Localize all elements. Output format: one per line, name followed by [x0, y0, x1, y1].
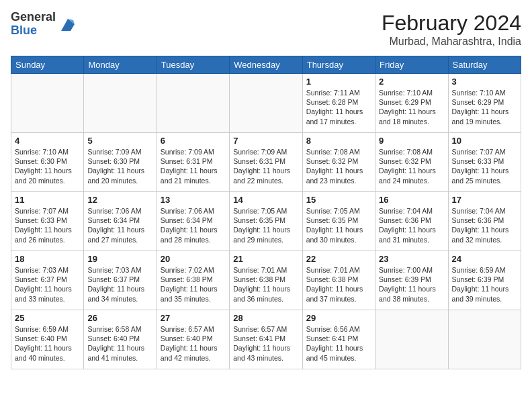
calendar-cell: 1Sunrise: 7:11 AMSunset: 6:28 PMDaylight… — [302, 74, 375, 133]
day-number: 7 — [233, 136, 298, 146]
weekday-header-saturday: Saturday — [448, 56, 521, 74]
calendar-cell: 10Sunrise: 7:07 AMSunset: 6:33 PMDayligh… — [448, 133, 521, 192]
calendar-cell: 13Sunrise: 7:06 AMSunset: 6:34 PMDayligh… — [157, 192, 229, 251]
weekday-header-wednesday: Wednesday — [230, 56, 302, 74]
day-number: 6 — [161, 136, 226, 146]
day-info: Sunrise: 7:11 AMSunset: 6:28 PMDaylight:… — [306, 88, 371, 126]
calendar-cell: 23Sunrise: 7:00 AMSunset: 6:39 PMDayligh… — [375, 251, 448, 310]
calendar-cell — [157, 74, 229, 133]
day-info: Sunrise: 7:01 AMSunset: 6:38 PMDaylight:… — [233, 265, 298, 304]
day-number: 11 — [15, 195, 80, 205]
calendar-cell — [11, 74, 84, 133]
page-header: General Blue February 2024 Murbad, Mahar… — [11, 11, 521, 48]
day-number: 8 — [306, 136, 371, 146]
day-info: Sunrise: 6:57 AMSunset: 6:41 PMDaylight:… — [233, 324, 298, 363]
calendar-cell — [448, 310, 521, 369]
calendar-cell: 5Sunrise: 7:09 AMSunset: 6:30 PMDaylight… — [84, 133, 157, 192]
calendar-week-row: 1Sunrise: 7:11 AMSunset: 6:28 PMDaylight… — [11, 74, 521, 133]
weekday-header-tuesday: Tuesday — [157, 56, 229, 74]
calendar-cell — [230, 74, 302, 133]
day-number: 23 — [379, 254, 444, 264]
day-number: 21 — [233, 254, 298, 264]
day-info: Sunrise: 7:09 AMSunset: 6:30 PMDaylight:… — [87, 147, 152, 185]
calendar-cell: 24Sunrise: 6:59 AMSunset: 6:39 PMDayligh… — [448, 251, 521, 310]
day-number: 1 — [306, 77, 371, 87]
day-number: 16 — [379, 195, 444, 205]
day-number: 14 — [233, 195, 298, 205]
day-number: 20 — [161, 254, 226, 264]
calendar-cell: 18Sunrise: 7:03 AMSunset: 6:37 PMDayligh… — [11, 251, 84, 310]
calendar-cell: 9Sunrise: 7:08 AMSunset: 6:32 PMDaylight… — [375, 133, 448, 192]
day-number: 9 — [379, 136, 444, 146]
day-info: Sunrise: 7:04 AMSunset: 6:36 PMDaylight:… — [379, 206, 444, 244]
day-info: Sunrise: 7:07 AMSunset: 6:33 PMDaylight:… — [452, 147, 517, 185]
calendar-cell: 4Sunrise: 7:10 AMSunset: 6:30 PMDaylight… — [11, 133, 84, 192]
day-number: 15 — [306, 195, 371, 205]
day-number: 5 — [87, 136, 152, 146]
weekday-header-sunday: Sunday — [11, 56, 84, 74]
calendar-week-row: 18Sunrise: 7:03 AMSunset: 6:37 PMDayligh… — [11, 251, 521, 310]
calendar-cell: 16Sunrise: 7:04 AMSunset: 6:36 PMDayligh… — [375, 192, 448, 251]
calendar-cell: 29Sunrise: 6:56 AMSunset: 6:41 PMDayligh… — [302, 310, 375, 369]
logo: General Blue — [11, 11, 77, 38]
day-info: Sunrise: 7:10 AMSunset: 6:29 PMDaylight:… — [379, 88, 444, 126]
calendar-week-row: 11Sunrise: 7:07 AMSunset: 6:33 PMDayligh… — [11, 192, 521, 251]
day-info: Sunrise: 6:58 AMSunset: 6:40 PMDaylight:… — [87, 324, 152, 363]
calendar-cell: 19Sunrise: 7:03 AMSunset: 6:37 PMDayligh… — [84, 251, 157, 310]
day-info: Sunrise: 7:02 AMSunset: 6:38 PMDaylight:… — [161, 265, 226, 304]
calendar-cell — [375, 310, 448, 369]
day-number: 19 — [87, 254, 152, 264]
day-info: Sunrise: 7:09 AMSunset: 6:31 PMDaylight:… — [233, 147, 298, 185]
day-number: 24 — [452, 254, 517, 264]
month-title: February 2024 — [382, 11, 521, 36]
calendar-cell — [84, 74, 157, 133]
day-number: 18 — [15, 254, 80, 264]
day-info: Sunrise: 7:07 AMSunset: 6:33 PMDaylight:… — [15, 206, 80, 244]
day-number: 25 — [15, 313, 80, 323]
calendar-week-row: 4Sunrise: 7:10 AMSunset: 6:30 PMDaylight… — [11, 133, 521, 192]
day-number: 10 — [452, 136, 517, 146]
day-info: Sunrise: 7:05 AMSunset: 6:35 PMDaylight:… — [306, 206, 371, 244]
calendar-cell: 3Sunrise: 7:10 AMSunset: 6:29 PMDaylight… — [448, 74, 521, 133]
day-info: Sunrise: 7:04 AMSunset: 6:36 PMDaylight:… — [452, 206, 517, 244]
day-number: 4 — [15, 136, 80, 146]
day-number: 13 — [161, 195, 226, 205]
weekday-header-row: SundayMondayTuesdayWednesdayThursdayFrid… — [11, 56, 521, 74]
day-number: 27 — [161, 313, 226, 323]
day-info: Sunrise: 7:10 AMSunset: 6:30 PMDaylight:… — [15, 147, 80, 185]
day-info: Sunrise: 6:59 AMSunset: 6:40 PMDaylight:… — [15, 324, 80, 363]
calendar-cell: 12Sunrise: 7:06 AMSunset: 6:34 PMDayligh… — [84, 192, 157, 251]
calendar-cell: 27Sunrise: 6:57 AMSunset: 6:40 PMDayligh… — [157, 310, 229, 369]
calendar-cell: 15Sunrise: 7:05 AMSunset: 6:35 PMDayligh… — [302, 192, 375, 251]
day-info: Sunrise: 6:57 AMSunset: 6:40 PMDaylight:… — [161, 324, 226, 363]
day-number: 22 — [306, 254, 371, 264]
day-info: Sunrise: 7:10 AMSunset: 6:29 PMDaylight:… — [452, 88, 517, 126]
day-number: 26 — [87, 313, 152, 323]
location-title: Murbad, Maharashtra, India — [382, 36, 521, 48]
logo-general-text: General — [11, 11, 56, 24]
weekday-header-thursday: Thursday — [302, 56, 375, 74]
day-info: Sunrise: 7:08 AMSunset: 6:32 PMDaylight:… — [379, 147, 444, 185]
calendar-cell: 11Sunrise: 7:07 AMSunset: 6:33 PMDayligh… — [11, 192, 84, 251]
day-info: Sunrise: 7:09 AMSunset: 6:31 PMDaylight:… — [161, 147, 226, 185]
calendar-cell: 7Sunrise: 7:09 AMSunset: 6:31 PMDaylight… — [230, 133, 302, 192]
calendar-cell: 20Sunrise: 7:02 AMSunset: 6:38 PMDayligh… — [157, 251, 229, 310]
calendar-cell: 6Sunrise: 7:09 AMSunset: 6:31 PMDaylight… — [157, 133, 229, 192]
calendar-cell: 17Sunrise: 7:04 AMSunset: 6:36 PMDayligh… — [448, 192, 521, 251]
day-info: Sunrise: 7:00 AMSunset: 6:39 PMDaylight:… — [379, 265, 444, 304]
day-number: 17 — [452, 195, 517, 205]
calendar-week-row: 25Sunrise: 6:59 AMSunset: 6:40 PMDayligh… — [11, 310, 521, 369]
day-number: 12 — [87, 195, 152, 205]
weekday-header-friday: Friday — [375, 56, 448, 74]
day-info: Sunrise: 7:08 AMSunset: 6:32 PMDaylight:… — [306, 147, 371, 185]
calendar-cell: 8Sunrise: 7:08 AMSunset: 6:32 PMDaylight… — [302, 133, 375, 192]
calendar-cell: 22Sunrise: 7:01 AMSunset: 6:38 PMDayligh… — [302, 251, 375, 310]
day-info: Sunrise: 6:59 AMSunset: 6:39 PMDaylight:… — [452, 265, 517, 304]
title-block: February 2024 Murbad, Maharashtra, India — [382, 11, 521, 48]
day-info: Sunrise: 7:03 AMSunset: 6:37 PMDaylight:… — [15, 265, 80, 304]
day-number: 29 — [306, 313, 371, 323]
calendar-cell: 2Sunrise: 7:10 AMSunset: 6:29 PMDaylight… — [375, 74, 448, 133]
day-info: Sunrise: 7:06 AMSunset: 6:34 PMDaylight:… — [161, 206, 226, 244]
day-info: Sunrise: 6:56 AMSunset: 6:41 PMDaylight:… — [306, 324, 371, 363]
weekday-header-monday: Monday — [84, 56, 157, 74]
